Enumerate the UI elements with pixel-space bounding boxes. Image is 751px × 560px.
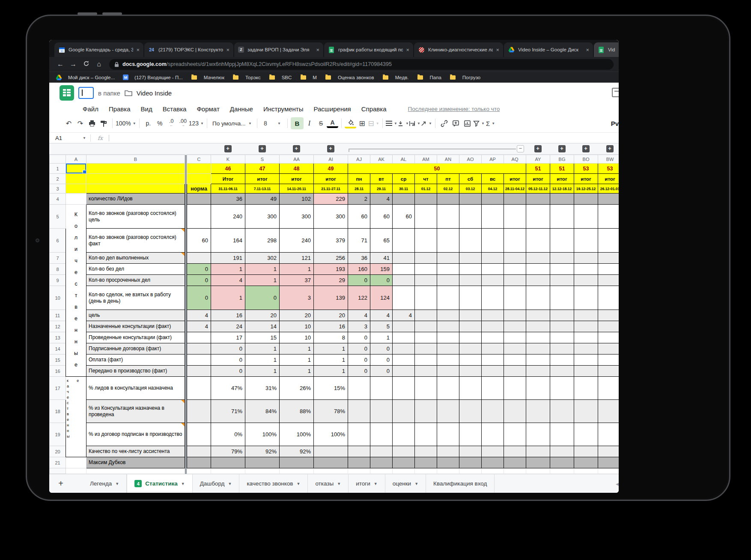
cell[interactable] — [187, 400, 211, 423]
cell[interactable] — [187, 253, 211, 264]
cell[interactable]: 26% — [280, 377, 314, 400]
formula-input[interactable] — [109, 135, 109, 141]
cell[interactable]: 4 — [187, 321, 211, 332]
cell[interactable]: 20 — [314, 310, 348, 321]
scroll-tabs-left-icon[interactable]: ◂ — [616, 480, 619, 487]
menu-item[interactable]: Расширения — [314, 105, 351, 113]
cell-week-number[interactable]: 46 — [211, 164, 245, 174]
sheet-tab[interactable]: оценки▼ — [385, 474, 426, 493]
cell[interactable] — [459, 205, 482, 229]
strikethrough-button[interactable]: S — [315, 117, 327, 129]
cell[interactable] — [526, 253, 550, 264]
cell[interactable] — [504, 194, 526, 205]
cell[interactable] — [598, 332, 619, 343]
row-header[interactable]: 16 — [50, 366, 66, 377]
cell[interactable] — [482, 400, 504, 423]
cell[interactable]: 92% — [245, 446, 280, 457]
cell[interactable] — [482, 446, 504, 457]
cell[interactable]: 379 — [314, 229, 348, 253]
cell[interactable]: 10 — [280, 321, 314, 332]
cell[interactable] — [598, 457, 619, 468]
cell[interactable] — [187, 446, 211, 457]
cell[interactable] — [459, 446, 482, 457]
cell-date-range[interactable]: 28.11-04.12 — [504, 184, 526, 194]
cell[interactable] — [437, 377, 459, 400]
cell[interactable] — [482, 275, 504, 286]
tab-close-icon[interactable]: × — [316, 47, 319, 53]
cell[interactable] — [187, 194, 211, 205]
cell[interactable] — [415, 468, 437, 474]
cell[interactable]: 0 — [348, 354, 370, 366]
tab-close-icon[interactable]: × — [136, 47, 140, 53]
cell[interactable] — [437, 366, 459, 377]
cell[interactable] — [504, 343, 526, 354]
cell[interactable] — [504, 321, 526, 332]
zoom-dropdown[interactable]: 100%▼ — [116, 117, 136, 129]
cell[interactable] — [459, 343, 482, 354]
cell[interactable] — [574, 377, 598, 400]
cell[interactable] — [574, 468, 598, 474]
move-folder-icon[interactable] — [125, 90, 132, 96]
cell[interactable]: 16 — [211, 310, 245, 321]
cell[interactable] — [211, 468, 245, 474]
cell[interactable] — [526, 310, 550, 321]
cell[interactable]: 20 — [280, 310, 314, 321]
tab-close-icon[interactable]: × — [226, 47, 229, 53]
cell[interactable]: 4 — [348, 310, 370, 321]
cell[interactable] — [187, 354, 211, 366]
cell[interactable] — [598, 468, 619, 474]
cell[interactable]: 17 — [211, 332, 245, 343]
cell[interactable] — [574, 354, 598, 366]
cell[interactable]: 71% — [211, 400, 245, 423]
cell[interactable]: 60 — [370, 205, 393, 229]
cell[interactable] — [598, 253, 619, 264]
cell[interactable] — [86, 184, 185, 194]
cell[interactable] — [370, 468, 393, 474]
cell[interactable]: 298 — [245, 229, 280, 253]
cell[interactable] — [526, 446, 550, 457]
cell[interactable] — [415, 229, 437, 253]
cell[interactable] — [550, 321, 574, 332]
cell[interactable] — [598, 229, 619, 253]
cell[interactable] — [415, 423, 437, 446]
borders-button[interactable]: ⊞ — [356, 117, 368, 129]
column-header[interactable]: AY — [526, 155, 550, 164]
row-label[interactable]: цель — [86, 310, 185, 321]
cell[interactable] — [459, 275, 482, 286]
cell[interactable] — [598, 321, 619, 332]
row-label[interactable]: Оплата (факт) — [86, 354, 185, 366]
cell[interactable] — [598, 264, 619, 275]
row-label[interactable]: Передано в производство (факт) — [86, 366, 185, 377]
cell[interactable] — [504, 253, 526, 264]
cell[interactable]: 0 — [211, 366, 245, 377]
cell[interactable]: 100% — [245, 423, 280, 446]
menu-item[interactable]: Данные — [230, 105, 253, 113]
cell[interactable]: 300 — [314, 205, 348, 229]
cell[interactable] — [574, 205, 598, 229]
row-header[interactable]: 14 — [50, 343, 66, 354]
cell-period-type[interactable]: итог — [526, 174, 550, 184]
cell[interactable] — [482, 332, 504, 343]
cell[interactable] — [574, 194, 598, 205]
cell[interactable]: 60 — [393, 205, 415, 229]
cell-date-range[interactable]: 31.11-06.11 — [211, 184, 245, 194]
cell[interactable] — [187, 423, 211, 446]
row-label[interactable]: Качество по чек-листу ассистента — [86, 446, 185, 457]
cell[interactable] — [348, 446, 370, 457]
cell[interactable]: 71 — [348, 229, 370, 253]
last-edit-link[interactable]: Последнее изменение: только что — [408, 106, 500, 112]
cell[interactable] — [526, 377, 550, 400]
group-collapse-button[interactable]: − — [517, 145, 524, 152]
cell[interactable]: 139 — [314, 286, 348, 310]
cell-period-type[interactable]: итог — [550, 174, 574, 184]
cell[interactable]: 0 — [370, 343, 393, 354]
cell[interactable]: 300 — [245, 205, 280, 229]
fill-color-button[interactable] — [345, 118, 356, 128]
row-label[interactable]: Кол-во сделок, не взятых в работу (день … — [86, 286, 185, 310]
cell[interactable] — [393, 253, 415, 264]
cell[interactable] — [598, 343, 619, 354]
sheet-tab[interactable]: 4Статистика▼ — [127, 474, 192, 493]
cell-date-range[interactable]: 05.12-11.12 — [526, 184, 550, 194]
row-label[interactable]: % из Консультация назначена в проведена — [86, 400, 185, 423]
cell[interactable]: 240 — [211, 205, 245, 229]
